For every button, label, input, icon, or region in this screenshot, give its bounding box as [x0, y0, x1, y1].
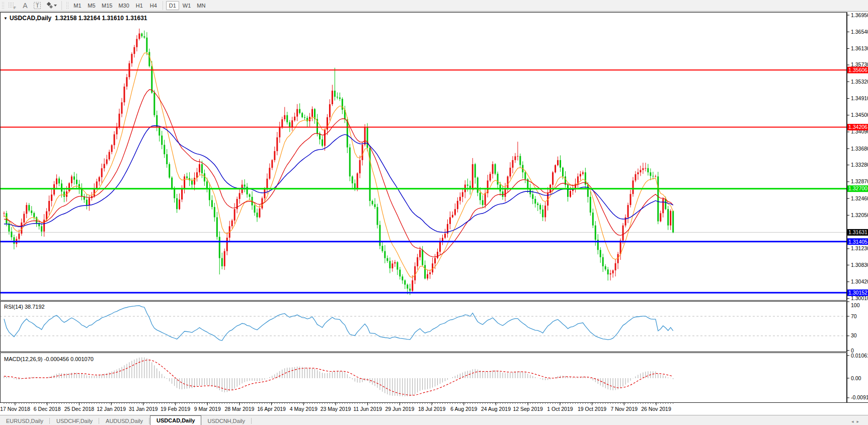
tab-separator — [251, 418, 252, 424]
svg-text:28 Mar 2019: 28 Mar 2019 — [224, 406, 254, 412]
svg-text:70: 70 — [851, 313, 857, 319]
candles[interactable] — [4, 29, 674, 295]
toolbar: F A T M1M5M15M30H1H4D1W1MN — [0, 0, 868, 12]
svg-text:1.32050: 1.32050 — [851, 212, 868, 218]
tab-scroll-arrows: ◂▸ — [851, 419, 862, 424]
ma-line-medium — [4, 90, 673, 257]
svg-text:1.36130: 1.36130 — [851, 45, 868, 51]
svg-text:12 Sep 2019: 12 Sep 2019 — [513, 406, 543, 412]
timeframe-button-m1[interactable]: M1 — [71, 1, 84, 10]
tab-scroll-right-icon[interactable]: ▸ — [856, 419, 862, 424]
svg-text:19 Feb 2019: 19 Feb 2019 — [161, 406, 190, 412]
rsi-indicator-label: RSI(14) 38.7192 — [4, 304, 45, 310]
toolbar-drag-handle-2[interactable] — [66, 2, 69, 10]
ohlc-low: 1.31610 — [102, 15, 123, 22]
svg-text:1.34206: 1.34206 — [848, 124, 867, 130]
timeframe-button-w1[interactable]: W1 — [180, 1, 194, 10]
svg-text:25 Dec 2018: 25 Dec 2018 — [64, 406, 95, 412]
timeframe-button-h4[interactable]: H4 — [147, 1, 160, 10]
svg-text:F: F — [14, 6, 16, 10]
chart-tab-usdcad[interactable]: USDCAD,Daily — [150, 415, 201, 425]
chart-tab-audusd[interactable]: AUDUSD,Daily — [100, 417, 149, 425]
svg-text:1.30152: 1.30152 — [848, 290, 867, 296]
chart-tab-bar: EURUSD,DailyUSDCHF,DailyAUDUSD,DailyUSDC… — [0, 415, 868, 425]
svg-text:1.30830: 1.30830 — [851, 262, 868, 268]
toolbar-separator — [163, 1, 164, 10]
chart-tab-eurusd[interactable]: EURUSD,Daily — [0, 417, 49, 425]
timeframe-button-d1[interactable]: D1 — [166, 1, 179, 10]
svg-text:6 Dec 2018: 6 Dec 2018 — [34, 406, 61, 412]
svg-text:4 May 2019: 4 May 2019 — [290, 406, 318, 412]
mt4-window: F A T M1M5M15M30H1H4D1W1MN 1.369501.3654… — [0, 0, 868, 425]
svg-text:-0.009185: -0.009185 — [851, 394, 868, 400]
svg-text:T: T — [36, 3, 39, 9]
toolbar-separator — [61, 1, 62, 10]
macd-indicator-label: MACD(12,26,9) -0.000456 0.001070 — [4, 356, 94, 362]
time-axis: 17 Nov 20186 Dec 201825 Dec 201812 Jan 2… — [0, 402, 673, 412]
timeframe-button-mn[interactable]: MN — [194, 1, 208, 10]
tab-scroll-left-icon[interactable]: ◂ — [851, 419, 857, 424]
svg-text:19 Oct 2019: 19 Oct 2019 — [578, 406, 606, 412]
collapse-triangle-icon[interactable]: ▼ — [4, 16, 8, 21]
toolbar-drag-handle[interactable] — [2, 2, 5, 10]
timeframe-button-m15[interactable]: M15 — [99, 1, 115, 10]
svg-text:1 Oct 2019: 1 Oct 2019 — [547, 406, 573, 412]
svg-text:24 Aug 2019: 24 Aug 2019 — [481, 406, 511, 412]
ohlc-high: 1.32164 — [78, 15, 100, 22]
svg-text:31 Jan 2019: 31 Jan 2019 — [129, 406, 158, 412]
svg-text:1.35606: 1.35606 — [848, 67, 867, 73]
svg-text:1.30010: 1.30010 — [851, 295, 868, 301]
grid-f-glyph: F — [8, 2, 17, 10]
price-axis: 1.369501.365401.361301.357301.353201.349… — [847, 12, 868, 400]
diamond-arrows-glyph — [45, 2, 57, 10]
svg-text:1.34910: 1.34910 — [851, 95, 868, 101]
svg-text:1.32700: 1.32700 — [848, 185, 867, 191]
svg-text:23 May 2019: 23 May 2019 — [321, 406, 351, 412]
horizontal-lines[interactable] — [0, 70, 847, 293]
timeframe-toolbar: M1M5M15M30H1H4D1W1MN — [70, 1, 208, 10]
svg-text:11 Jun 2019: 11 Jun 2019 — [353, 406, 382, 412]
svg-text:16 Apr 2019: 16 Apr 2019 — [257, 406, 286, 412]
ohlc-close: 1.31631 — [125, 15, 147, 22]
svg-text:1.36950: 1.36950 — [851, 12, 868, 18]
svg-text:1.32870: 1.32870 — [851, 178, 868, 184]
text-box-icon[interactable]: T — [31, 1, 43, 11]
svg-text:0.010615: 0.010615 — [851, 352, 868, 359]
svg-text:0.00: 0.00 — [851, 375, 861, 381]
svg-text:1.31405: 1.31405 — [848, 239, 867, 245]
rsi-panel — [0, 306, 847, 341]
grid-f-icon[interactable]: F — [6, 1, 19, 11]
rsi-line — [4, 306, 673, 341]
svg-text:12 Jan 2019: 12 Jan 2019 — [97, 406, 126, 412]
candlestick-chart-svg[interactable]: 1.369501.365401.361301.357301.353201.349… — [0, 12, 868, 415]
chart-tabs: EURUSD,DailyUSDCHF,DailyAUDUSD,DailyUSDC… — [0, 415, 252, 425]
svg-text:30: 30 — [851, 332, 857, 338]
svg-text:1.31631: 1.31631 — [848, 229, 867, 235]
chart-tab-usdcnh[interactable]: USDCNH,Daily — [201, 417, 251, 425]
pane-borders — [0, 12, 868, 403]
macd-panel — [4, 358, 673, 396]
svg-text:17 Nov 2018: 17 Nov 2018 — [0, 406, 30, 412]
timeframe-button-m30[interactable]: M30 — [116, 1, 131, 10]
svg-text:1.31230: 1.31230 — [851, 245, 868, 251]
text-box-glyph: T — [33, 2, 41, 10]
svg-text:26 Nov 2019: 26 Nov 2019 — [641, 406, 671, 412]
svg-text:18 Jul 2019: 18 Jul 2019 — [418, 406, 445, 412]
symbol-title: USDCAD,Daily — [10, 15, 51, 22]
chart-tab-usdchf[interactable]: USDCHF,Daily — [50, 417, 99, 425]
timeframe-button-h1[interactable]: H1 — [133, 1, 146, 10]
label-a-icon[interactable]: A — [19, 1, 31, 11]
svg-text:1.35320: 1.35320 — [851, 79, 868, 85]
svg-text:1.33680: 1.33680 — [851, 146, 868, 152]
svg-text:1.30420: 1.30420 — [851, 278, 868, 285]
svg-text:1.34500: 1.34500 — [851, 112, 868, 118]
svg-text:100: 100 — [851, 302, 860, 308]
svg-text:9 Mar 2019: 9 Mar 2019 — [194, 406, 221, 412]
svg-text:6 Aug 2019: 6 Aug 2019 — [450, 406, 477, 412]
svg-text:29 Jun 2019: 29 Jun 2019 — [385, 406, 414, 412]
objects-dropdown-icon[interactable] — [43, 1, 59, 11]
chart-ohlc-header: ▼USDCAD,Daily 1.32158 1.32164 1.31610 1.… — [4, 15, 147, 22]
chart-area[interactable]: 1.369501.365401.361301.357301.353201.349… — [0, 12, 868, 415]
timeframe-button-m5[interactable]: M5 — [85, 1, 98, 10]
svg-text:1.32460: 1.32460 — [851, 195, 868, 201]
